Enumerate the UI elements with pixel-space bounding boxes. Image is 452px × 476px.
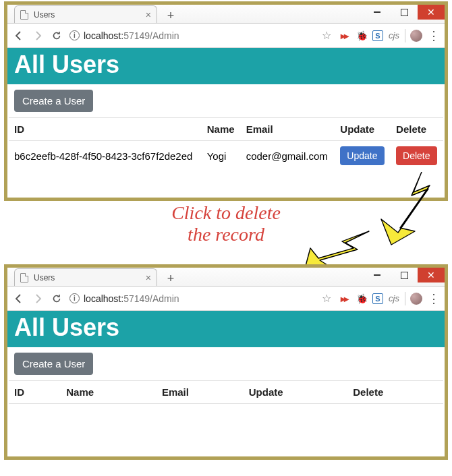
- browser-window-after: Users × + ✕ i localhost:57149/Admin ☆ ▸▸…: [4, 264, 448, 460]
- tab-title: Users: [34, 10, 55, 20]
- browser-window-before: Users × + ✕ i localhost:57149/Admin ☆ ▸▸…: [4, 1, 448, 201]
- separator: [405, 292, 405, 305]
- col-update: Update: [244, 381, 348, 404]
- page-content: All Users Create a User ID Name Email Up…: [7, 311, 445, 421]
- extension-s-icon[interactable]: S: [372, 30, 383, 41]
- delete-button[interactable]: Delete: [396, 146, 436, 165]
- users-table: ID Name Email Update Delete b6c2eefb-428…: [9, 117, 443, 171]
- extension-s-icon[interactable]: S: [372, 293, 383, 304]
- cell-id: b6c2eefb-428f-4f50-8423-3cf67f2de2ed: [9, 141, 202, 171]
- back-button[interactable]: [11, 291, 26, 306]
- close-tab-icon[interactable]: ×: [146, 272, 151, 283]
- page-title: All Users: [7, 48, 445, 84]
- page-icon: [20, 273, 28, 282]
- titlebar: Users × + ✕: [7, 5, 445, 24]
- annotation-arrow-icon: [305, 228, 372, 270]
- new-tab-button[interactable]: +: [163, 272, 179, 286]
- col-delete: Delete: [347, 381, 443, 404]
- new-tab-button[interactable]: +: [163, 9, 179, 23]
- col-id: ID: [9, 381, 61, 404]
- titlebar: Users × + ✕: [7, 268, 445, 287]
- update-button[interactable]: Update: [340, 146, 384, 165]
- menu-icon[interactable]: ⋮: [427, 292, 441, 305]
- reload-button[interactable]: [49, 291, 64, 306]
- menu-icon[interactable]: ⋮: [427, 29, 441, 42]
- browser-tab[interactable]: Users ×: [14, 268, 157, 286]
- forward-button[interactable]: [30, 28, 45, 43]
- url-path: 57149/Admin: [123, 30, 179, 41]
- create-user-button[interactable]: Create a User: [14, 353, 93, 375]
- page-content: All Users Create a User ID Name Email Up…: [7, 48, 445, 171]
- col-name: Name: [202, 118, 241, 141]
- extension-cjs-icon[interactable]: cjs: [387, 29, 401, 42]
- annotation-line2: the record: [0, 224, 452, 245]
- url-host: localhost:: [84, 30, 123, 41]
- table-header-row: ID Name Email Update Delete: [9, 118, 443, 141]
- extension-bug-icon[interactable]: 🐞: [355, 29, 368, 42]
- reload-button[interactable]: [49, 28, 64, 43]
- browser-tab[interactable]: Users ×: [14, 5, 157, 23]
- address-bar[interactable]: i localhost:57149/Admin: [69, 293, 179, 304]
- forward-button[interactable]: [30, 291, 45, 306]
- col-update: Update: [335, 118, 391, 141]
- users-table: ID Name Email Update Delete: [9, 380, 443, 421]
- close-tab-icon[interactable]: ×: [146, 9, 151, 20]
- url-host: localhost:: [84, 293, 123, 304]
- table-header-row: ID Name Email Update Delete: [9, 381, 443, 404]
- minimize-icon[interactable]: [364, 268, 391, 282]
- cell-name: Yogi: [202, 141, 241, 171]
- table-row-empty: [9, 404, 443, 421]
- close-window-icon[interactable]: ✕: [418, 5, 445, 20]
- page-icon: [20, 10, 28, 20]
- bookmark-star-icon[interactable]: ☆: [320, 29, 333, 42]
- col-email: Email: [157, 381, 244, 404]
- toolbar: i localhost:57149/Admin ☆ ▸▸ 🐞 S cjs ⋮: [7, 287, 445, 311]
- table-row: b6c2eefb-428f-4f50-8423-3cf67f2de2ed Yog…: [9, 141, 443, 171]
- col-email: Email: [241, 118, 335, 141]
- minimize-icon[interactable]: [364, 5, 391, 20]
- annotation-line1: Click to delete: [0, 202, 452, 224]
- address-bar[interactable]: i localhost:57149/Admin: [69, 30, 179, 41]
- toolbar: i localhost:57149/Admin ☆ ▸▸ 🐞 S cjs ⋮: [7, 24, 445, 48]
- tab-title: Users: [34, 273, 55, 282]
- profile-avatar[interactable]: [409, 292, 423, 305]
- site-info-icon[interactable]: i: [69, 293, 80, 303]
- col-id: ID: [9, 118, 202, 141]
- bookmark-star-icon[interactable]: ☆: [320, 292, 333, 305]
- col-name: Name: [61, 381, 157, 404]
- extension-arrows-icon[interactable]: ▸▸: [337, 29, 351, 42]
- profile-avatar[interactable]: [409, 29, 423, 42]
- extension-bug-icon[interactable]: 🐞: [355, 292, 368, 305]
- extension-cjs-icon[interactable]: cjs: [387, 292, 401, 305]
- col-delete: Delete: [391, 118, 443, 141]
- maximize-icon[interactable]: [391, 268, 418, 282]
- site-info-icon[interactable]: i: [69, 30, 80, 40]
- maximize-icon[interactable]: [391, 5, 418, 20]
- back-button[interactable]: [11, 28, 26, 43]
- annotation-text: Click to delete the record: [0, 202, 452, 245]
- extension-arrows-icon[interactable]: ▸▸: [337, 292, 351, 305]
- url-path: 57149/Admin: [123, 293, 179, 304]
- cell-email: coder@gmail.com: [241, 141, 335, 171]
- create-user-button[interactable]: Create a User: [14, 90, 93, 112]
- separator: [405, 29, 405, 42]
- close-window-icon[interactable]: ✕: [418, 268, 445, 282]
- page-title: All Users: [7, 311, 445, 347]
